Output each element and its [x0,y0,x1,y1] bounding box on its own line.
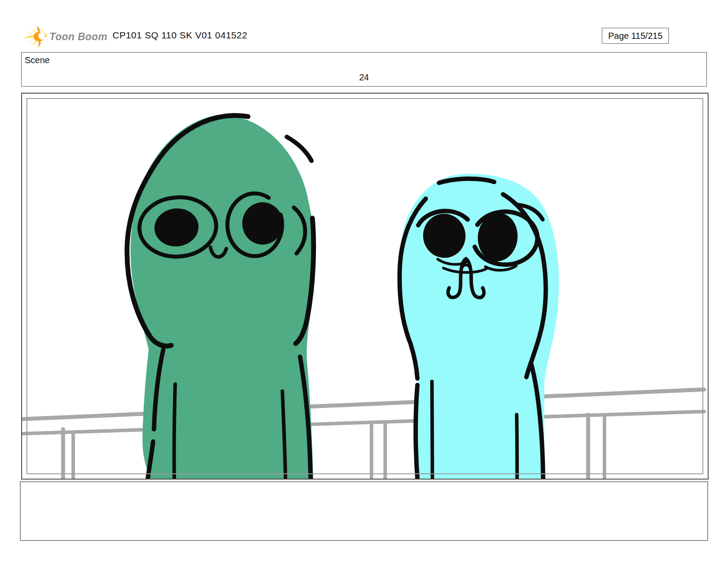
header-logo: Toon Boom [22,25,110,49]
page-number-label: Page 115/215 [608,31,662,41]
storyboard-page: { "header": { "logo_text": "Toon Boom", … [0,0,728,563]
railing [23,389,704,479]
cyan-blob-character [399,174,559,479]
scene-label: Scene [25,55,50,65]
green-blob-character [127,115,315,479]
logo-wordmark: Toon Boom [49,31,107,43]
document-title: CP101 SQ 110 SK V01 041522 [113,30,248,41]
scene-row: Scene 24 [21,52,707,87]
toonboom-logo-icon [22,25,48,49]
caption-box [20,481,708,541]
page-number-box: Page 115/215 [602,28,669,44]
scene-number: 24 [22,72,706,83]
storyboard-panel [21,93,709,480]
storyboard-panel-drawing [22,94,708,479]
